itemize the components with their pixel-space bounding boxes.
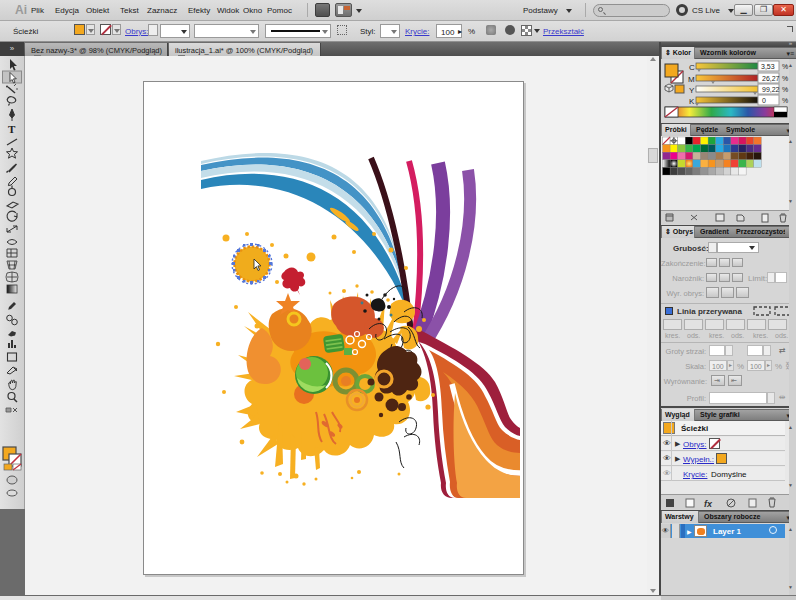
svg-text:%: % (782, 86, 788, 93)
svg-text:T: T (8, 123, 16, 135)
svg-text:fx: fx (704, 499, 713, 509)
svg-text:C: C (689, 63, 695, 72)
svg-text:K: K (689, 97, 695, 106)
svg-text:3,53: 3,53 (761, 63, 775, 70)
svg-text:%: % (782, 75, 788, 82)
svg-text:26,27: 26,27 (762, 75, 780, 82)
svg-text:%: % (782, 97, 788, 104)
svg-text:Y: Y (689, 86, 695, 95)
svg-text:M: M (688, 75, 695, 84)
svg-text:99,22: 99,22 (762, 86, 780, 93)
svg-text:0: 0 (762, 97, 766, 104)
